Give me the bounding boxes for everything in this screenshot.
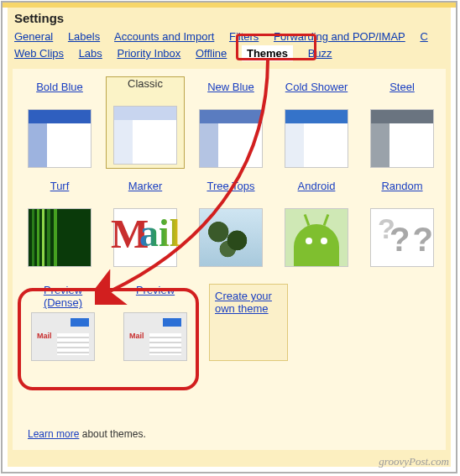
theme-label: Bold Blue <box>21 81 98 107</box>
theme-android[interactable]: Android <box>278 180 355 267</box>
page-title: Settings <box>8 8 451 27</box>
theme-label: Preview <box>117 284 194 311</box>
tab-labels[interactable]: Labels <box>68 30 100 43</box>
theme-classic[interactable]: Classic <box>107 77 184 168</box>
theme-thumbnail <box>285 109 348 168</box>
tab-truncated[interactable]: C <box>420 30 427 43</box>
themes-panel: Bold Blue Classic New <box>13 69 446 450</box>
theme-label: Tree Tops <box>192 180 269 207</box>
theme-label: Android <box>278 180 355 207</box>
theme-steel[interactable]: Steel <box>363 81 441 168</box>
theme-label: Random <box>363 180 441 207</box>
tab-priority[interactable]: Priority Inbox <box>117 47 180 60</box>
theme-cold-shower[interactable]: Cold Shower <box>278 81 355 168</box>
theme-label: New Blue <box>192 81 269 107</box>
create-theme-link[interactable]: Create your own theme <box>215 290 272 315</box>
theme-thumbnail: Mail <box>123 312 187 361</box>
theme-thumbnail: Mail <box>31 312 95 361</box>
tab-accounts[interactable]: Accounts and Import <box>114 30 214 43</box>
theme-thumbnail <box>113 106 177 165</box>
tab-general[interactable]: General <box>14 30 53 43</box>
theme-marker[interactable]: Marker <box>107 180 184 267</box>
theme-new-blue[interactable]: New Blue <box>192 81 269 168</box>
theme-thumbnail <box>199 109 263 168</box>
theme-thumbnail <box>370 109 434 168</box>
theme-label: Steel <box>363 81 441 107</box>
settings-tabs: General Labels Accounts and Import Filte… <box>8 27 451 67</box>
theme-thumbnail <box>285 208 348 267</box>
theme-bold-blue[interactable]: Bold Blue <box>21 81 98 168</box>
theme-thumbnail <box>28 109 91 168</box>
watermark: groovyPost.com <box>379 455 449 468</box>
theme-label: Cold Shower <box>278 81 355 107</box>
tab-buzz[interactable]: Buzz <box>308 47 332 60</box>
theme-thumbnail <box>28 208 91 267</box>
create-theme-box[interactable]: Create your own theme <box>209 284 288 361</box>
theme-preview-dense[interactable]: Preview (Dense) Mail <box>24 284 102 361</box>
theme-turf[interactable]: Turf <box>21 180 98 267</box>
tab-offline[interactable]: Offline <box>196 47 227 60</box>
theme-thumbnail <box>199 208 263 267</box>
theme-label: Turf <box>21 180 98 207</box>
theme-thumbnail <box>113 208 177 267</box>
learn-more-link[interactable]: Learn more <box>28 428 79 440</box>
tab-themes[interactable]: Themes <box>242 45 293 61</box>
theme-label: Classic <box>107 77 184 104</box>
theme-tree-tops[interactable]: Tree Tops <box>192 180 269 267</box>
theme-label: Preview (Dense) <box>24 284 102 311</box>
tab-labs[interactable]: Labs <box>79 47 102 60</box>
tab-forwarding[interactable]: Forwarding and POP/IMAP <box>274 30 405 43</box>
tab-webclips[interactable]: Web Clips <box>14 47 64 60</box>
theme-label: Marker <box>107 180 184 207</box>
theme-thumbnail <box>370 208 434 267</box>
tab-filters[interactable]: Filters <box>229 30 259 43</box>
theme-random[interactable]: Random <box>363 180 441 267</box>
theme-preview[interactable]: Preview Mail <box>117 284 194 361</box>
learn-more-text: Learn more about themes. <box>28 428 146 440</box>
